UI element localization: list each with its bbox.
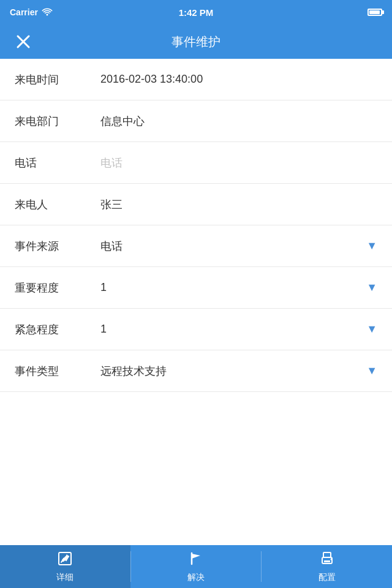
chevron-down-icon: ▼ [366, 323, 377, 336]
form-label-phone: 电话 [15, 156, 88, 170]
form-row-event-type[interactable]: 事件类型远程技术支持▼ [0, 350, 392, 392]
form-row-call-time: 来电时间2016-02-03 13:40:00 [0, 59, 392, 100]
form-label-call-dept: 来电部门 [15, 114, 88, 129]
dropdown-event-type[interactable]: 远程技术支持▼ [88, 364, 377, 379]
form-value-call-time[interactable]: 2016-02-03 13:40:00 [88, 73, 377, 86]
form-row-caller: 来电人张三 [0, 184, 392, 225]
form-label-call-time: 来电时间 [15, 72, 88, 87]
tab-label-detail: 详细 [56, 572, 74, 583]
status-bar-time: 1:42 PM [179, 7, 214, 18]
tab-label-config: 配置 [318, 572, 336, 583]
form-label-event-type: 事件类型 [15, 364, 88, 379]
tab-resolve[interactable]: 解决 [131, 545, 262, 588]
chevron-down-icon: ▼ [366, 281, 377, 294]
form-value-caller[interactable]: 张三 [88, 197, 377, 212]
status-bar-right [368, 9, 382, 16]
form-value-call-dept[interactable]: 信息中心 [88, 114, 377, 129]
tab-config[interactable]: 配置 [262, 545, 392, 588]
form-label-caller: 来电人 [15, 197, 88, 212]
close-button[interactable] [12, 31, 34, 53]
dropdown-value-urgency: 1 [100, 323, 107, 336]
svg-rect-5 [324, 560, 330, 562]
form-row-phone: 电话电话 [0, 142, 392, 184]
status-bar: Carrier 1:42 PM [0, 0, 392, 24]
dropdown-value-event-type: 远程技术支持 [100, 364, 167, 379]
form-row-event-source[interactable]: 事件来源电话▼ [0, 225, 392, 267]
tab-bar: 详细 解决 配置 [0, 545, 392, 588]
dropdown-urgency[interactable]: 1▼ [88, 323, 377, 336]
form-row-urgency[interactable]: 紧急程度1▼ [0, 309, 392, 350]
battery-icon [368, 9, 382, 16]
form-value-phone[interactable]: 电话 [88, 156, 377, 170]
chevron-down-icon: ▼ [366, 364, 377, 377]
page-title: 事件维护 [172, 34, 221, 50]
form-label-importance: 重要程度 [15, 281, 88, 295]
wifi-icon [42, 7, 53, 18]
form-row-importance[interactable]: 重要程度1▼ [0, 267, 392, 309]
dropdown-value-event-source: 电话 [100, 239, 123, 254]
form-label-event-source: 事件来源 [15, 239, 88, 254]
app-header: 事件维护 [0, 24, 392, 59]
edit-icon [56, 550, 74, 570]
form-label-urgency: 紧急程度 [15, 322, 88, 337]
status-bar-left: Carrier [10, 7, 53, 18]
form-row-call-dept: 来电部门信息中心 [0, 100, 392, 142]
svg-point-6 [330, 559, 332, 560]
form-content: 来电时间2016-02-03 13:40:00来电部门信息中心电话电话来电人张三… [0, 59, 392, 545]
dropdown-importance[interactable]: 1▼ [88, 281, 377, 294]
svg-rect-3 [323, 552, 331, 557]
flag-icon [187, 550, 205, 570]
carrier-label: Carrier [10, 7, 38, 17]
dropdown-event-source[interactable]: 电话▼ [88, 239, 377, 254]
dropdown-value-importance: 1 [100, 281, 107, 294]
tab-detail[interactable]: 详细 [0, 545, 130, 588]
printer-icon [318, 550, 336, 570]
chevron-down-icon: ▼ [366, 239, 377, 252]
tab-label-resolve: 解决 [187, 572, 205, 583]
